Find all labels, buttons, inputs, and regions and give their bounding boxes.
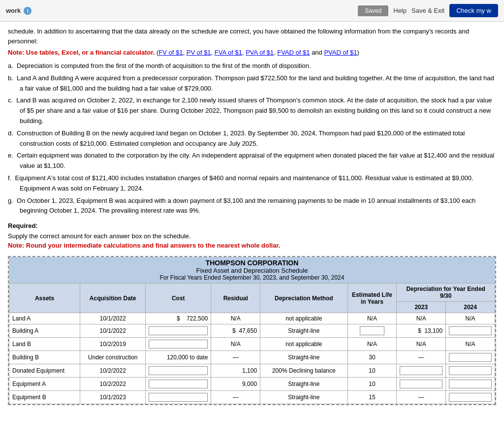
acq-date: 10/2/2022 [80, 378, 146, 391]
table-row: Building B Under construction 120,000 to… [9, 351, 495, 364]
dep2024-input[interactable] [449, 326, 492, 335]
dep2024-cell [446, 378, 495, 391]
method-cell: Straight-line [260, 324, 347, 338]
list-item: f. Equipment A's total cost of $121,400 … [8, 173, 496, 194]
acq-date: 10/2/2019 [80, 338, 146, 351]
residual-cell: — [211, 391, 260, 404]
header-2024: 2024 [446, 302, 495, 313]
main-content: schedule. In addition to ascertaining th… [0, 22, 504, 410]
table-row: Donated Equipment 10/2/2022 1,100 200% D… [9, 364, 495, 378]
table-row: Equipment B 10/1/2023 — Straight-line 15… [9, 391, 495, 404]
header-dep: Depreciation for Year Ended 9/30 [397, 284, 495, 302]
residual-cell: — [211, 351, 260, 364]
cost-cell [146, 324, 211, 338]
life-cell: 15 [347, 391, 397, 404]
asset-table: Assets Acquisition Date Cost Residual De… [9, 283, 495, 404]
method-cell: not applicable [260, 313, 347, 324]
link-fvad[interactable]: FVAD of $1 [277, 49, 310, 56]
residual-cell: $ 47,650 [211, 324, 260, 338]
asset-name: Building B [9, 351, 80, 364]
header-main-row: Assets Acquisition Date Cost Residual De… [9, 284, 495, 302]
table-row: Land A 10/1/2022 $ 722,500 N/A not appli… [9, 313, 495, 324]
acq-date: 10/1/2023 [80, 391, 146, 404]
corp-name: THOMPSON CORPORATION [9, 259, 495, 267]
links-row: Note: Use tables, Excel, or a financial … [8, 49, 496, 56]
asset-name: Donated Equipment [9, 364, 80, 378]
cost-cell: 120,000 to date [146, 351, 211, 364]
help-button[interactable]: Help [393, 7, 407, 14]
required-label: Required: [8, 222, 496, 229]
list-item: g. On October 1, 2023, Equipment B was a… [8, 196, 496, 217]
dep2024-cell: N/A [446, 313, 495, 324]
dep2023-cell: $ 13,100 [397, 324, 446, 338]
header-cost: Cost [146, 284, 211, 313]
cost-cell [146, 391, 211, 404]
cost-input[interactable] [149, 380, 208, 388]
life-cell: N/A [347, 338, 397, 351]
table-row: Equipment A 10/2/2022 9,000 Straight-lin… [9, 378, 495, 391]
dep2024-cell [446, 324, 495, 338]
intro-paragraph: schedule. In addition to ascertaining th… [8, 27, 496, 46]
cost-cell [146, 378, 211, 391]
note-red: Note: Round your intermediate calculatio… [8, 242, 496, 249]
check-button[interactable]: Check my w [449, 4, 498, 17]
save-exit-button[interactable]: Save & Exit [411, 7, 444, 14]
acq-date: 10/1/2022 [80, 324, 146, 338]
top-bar: work i Saved Help Save & Exit Check my w [0, 0, 504, 22]
asset-name: Land A [9, 313, 80, 324]
header-acqdate: Acquisition Date [80, 284, 146, 313]
link-pva[interactable]: PVA of $1 [246, 49, 274, 56]
header-life: Estimated Life in Years [347, 284, 397, 313]
header-assets: Assets [9, 284, 80, 313]
dep2024-input[interactable] [449, 353, 492, 362]
header-residual: Residual [211, 284, 260, 313]
link-fv[interactable]: FV of $1 [158, 49, 183, 56]
dep2023-cell: — [397, 351, 446, 364]
cost-cell [146, 338, 211, 351]
brand-label: work [6, 7, 21, 14]
saved-button[interactable]: Saved [358, 5, 388, 16]
method-cell: Straight-line [260, 378, 347, 391]
dep2023-input[interactable] [400, 366, 442, 375]
table-row: Land B 10/2/2019 N/A not applicable N/A … [9, 338, 495, 351]
list-item: e. Certain equipment was donated to the … [8, 151, 496, 171]
dep2024-input[interactable] [449, 393, 492, 402]
asset-name: Equipment B [9, 391, 80, 404]
brand-area: work i [6, 7, 32, 15]
header-2023: 2023 [397, 302, 446, 313]
dep2024-input[interactable] [449, 366, 492, 375]
dep2023-cell: — [397, 391, 446, 404]
table-row: Building A 10/1/2022 $ 47,650 Straight-l… [9, 324, 495, 338]
method-cell: Straight-line [260, 351, 347, 364]
life-input[interactable] [360, 326, 384, 335]
life-cell: 10 [347, 364, 397, 378]
dep2023-cell [397, 378, 446, 391]
list-item: a. Depreciation is computed from the fir… [8, 61, 496, 71]
cost-input[interactable] [149, 340, 208, 349]
items-list: a. Depreciation is computed from the fir… [8, 61, 496, 216]
note-label: Note: Use tables, Excel, or a financial … [8, 49, 155, 56]
list-item: b. Land A and Building A were acquired f… [8, 73, 496, 94]
list-item: d. Construction of Building B on the new… [8, 128, 496, 149]
cost-input[interactable] [149, 366, 208, 375]
asset-name: Land B [9, 338, 80, 351]
residual-cell: 9,000 [211, 378, 260, 391]
dep2023-cell: N/A [397, 338, 446, 351]
life-cell: 10 [347, 378, 397, 391]
link-pv[interactable]: PV of $1 [187, 49, 211, 56]
life-cell: 30 [347, 351, 397, 364]
method-cell: not applicable [260, 338, 347, 351]
link-pvad[interactable]: PVAD of $1 [324, 49, 357, 56]
link-fva[interactable]: FVA of $1 [215, 49, 242, 56]
cost-cell [146, 364, 211, 378]
dep2024-input[interactable] [449, 380, 492, 388]
asset-name: Equipment A [9, 378, 80, 391]
table-title-block: THOMPSON CORPORATION Fixed Asset and Dep… [9, 257, 495, 283]
dep2023-input[interactable] [400, 380, 442, 388]
cost-input[interactable] [149, 393, 208, 402]
cost-input[interactable] [149, 326, 208, 335]
info-icon[interactable]: i [24, 7, 32, 15]
dep2024-cell: N/A [446, 338, 495, 351]
acq-date: 10/1/2022 [80, 313, 146, 324]
cost-cell: $ 722,500 [146, 313, 211, 324]
